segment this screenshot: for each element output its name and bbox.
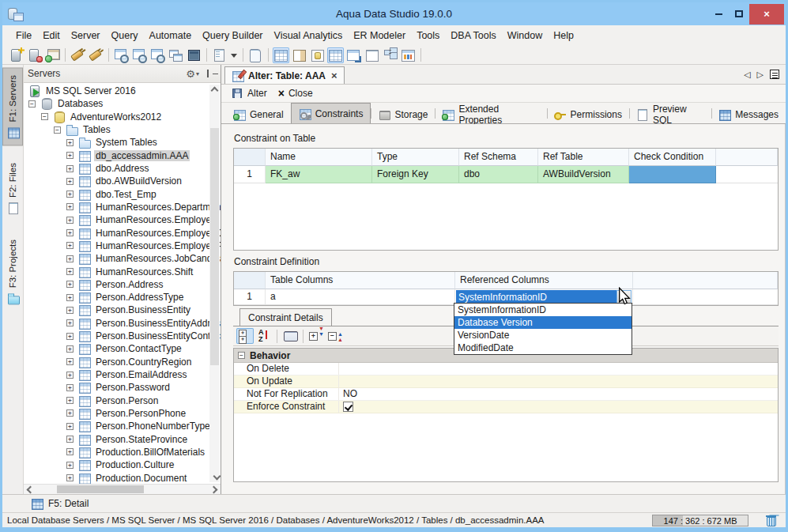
tree-expander[interactable]: +	[66, 423, 74, 430]
document-tab[interactable]: Alter: Table: AAA ×	[224, 66, 345, 84]
tree-expander[interactable]: +	[66, 152, 74, 159]
property-value[interactable]	[339, 375, 778, 387]
property-row[interactable]: Not For Replication NO	[234, 388, 778, 401]
tree-item[interactable]: + dbo.AWBuildVersion	[28, 175, 208, 187]
next-tab-button[interactable]: ▷	[757, 70, 763, 79]
tree-item[interactable]: + HumanResources.Department	[28, 201, 208, 213]
menu-item[interactable]: Query	[106, 28, 144, 43]
tree-item[interactable]: + HumanResources.EmployeeDepartmentHisto…	[28, 226, 208, 239]
tree-expander[interactable]: +	[66, 372, 74, 379]
tree-expander[interactable]: +	[66, 474, 74, 481]
tree-item[interactable]: + Person.CountryRegion	[28, 356, 208, 368]
new-document-icon[interactable]	[211, 47, 228, 63]
tree-item[interactable]: + Person.Password	[28, 381, 208, 394]
tree-expander[interactable]: +	[66, 448, 74, 455]
grid-view-icon[interactable]	[273, 47, 289, 63]
checkbox-checked-icon[interactable]	[343, 402, 353, 412]
tree-expander[interactable]: +	[66, 281, 74, 288]
tree-expander[interactable]: +	[66, 333, 74, 340]
cell-name[interactable]: FK_aw	[266, 166, 372, 183]
scrollbar-thumb[interactable]	[210, 128, 219, 365]
tree-expander[interactable]: +	[66, 203, 74, 210]
tree-item[interactable]: + Person.AddressType	[28, 291, 208, 304]
tree-expander[interactable]: +	[66, 462, 74, 469]
list-view-icon[interactable]	[364, 47, 380, 63]
constraint-details-tab[interactable]: Constraint Details	[239, 308, 332, 326]
menu-item[interactable]: Edit	[37, 28, 66, 43]
scroll-left-icon[interactable]	[27, 485, 35, 493]
scrollbar-thumb[interactable]	[57, 485, 144, 493]
query-analyzer-results-icon[interactable]	[131, 47, 148, 63]
tree-item[interactable]: + HumanResources.EmployeePayHistory	[28, 240, 208, 252]
tree-item[interactable]: + Person.PhoneNumberType	[28, 420, 208, 432]
tree-expander[interactable]: −	[54, 126, 61, 134]
tree-expander[interactable]: +	[66, 178, 74, 185]
tree-expander[interactable]: +	[66, 358, 74, 365]
menu-item[interactable]: Window	[502, 28, 548, 43]
object-view-icon[interactable]	[309, 47, 326, 63]
tree-expander[interactable]: −	[41, 113, 48, 120]
property-row[interactable]: On Update	[234, 375, 778, 388]
query-analyzer-icon[interactable]	[113, 47, 130, 63]
tree-expander[interactable]: +	[66, 384, 74, 391]
garbage-collect-button[interactable]	[766, 515, 778, 526]
tree-item[interactable]: + Person.Person	[28, 394, 208, 407]
property-row[interactable]: Enforce Constraint	[234, 401, 778, 413]
cell-check-condition-selected[interactable]	[629, 166, 716, 183]
table-data-view-icon[interactable]	[327, 47, 344, 63]
tree-expander[interactable]: +	[66, 255, 74, 262]
property-value[interactable]	[339, 363, 778, 375]
tab-list-button[interactable]	[770, 70, 779, 79]
server-registration-icon[interactable]	[44, 47, 61, 63]
tree-expander[interactable]: +	[66, 397, 74, 404]
tree-item[interactable]: + Production.Culture	[28, 458, 208, 471]
tree-item[interactable]: + HumanResources.JobCandidate	[28, 252, 208, 265]
column-header[interactable]: Type	[372, 149, 459, 166]
tree-item[interactable]: − AdventureWorks2012	[28, 111, 208, 123]
tree-item[interactable]: + Person.Address	[28, 278, 208, 291]
cell-type[interactable]: Foreign Key	[372, 166, 459, 183]
close-button[interactable]: ×	[749, 4, 784, 25]
menu-item[interactable]: Query Builder	[197, 28, 268, 43]
column-header[interactable]: Ref Schema	[459, 149, 538, 166]
tree-expander[interactable]: +	[66, 191, 74, 198]
tree-item[interactable]: − Databases	[28, 97, 208, 110]
tree-expander[interactable]: +	[66, 294, 74, 301]
tree-item[interactable]: − Tables	[28, 123, 208, 136]
chart-view-icon[interactable]	[400, 47, 417, 63]
unregister-server-icon[interactable]	[26, 47, 43, 63]
tree-expander[interactable]: −	[28, 100, 36, 108]
collapse-category-icon[interactable]: −	[238, 352, 245, 359]
cell-ref-schema[interactable]: dbo	[459, 166, 538, 183]
row-number[interactable]: 1	[234, 166, 266, 183]
panel-settings-button[interactable]: ⚙▾	[186, 69, 199, 79]
menu-item[interactable]: Automate	[144, 28, 198, 43]
er-modeler-icon[interactable]	[186, 47, 202, 63]
tree-expander[interactable]: +	[66, 217, 74, 224]
tree-expander[interactable]: +	[66, 242, 74, 249]
cell-ref-table[interactable]: AWBuildVersion	[538, 166, 629, 183]
alter-button[interactable]: Alter	[228, 86, 271, 100]
property-value[interactable]: NO	[339, 388, 778, 400]
maximize-button[interactable]	[729, 2, 749, 25]
row-number[interactable]: 1	[234, 289, 266, 305]
cell-table-column[interactable]: a	[266, 289, 455, 305]
tree-expander[interactable]: +	[66, 436, 74, 443]
column-header[interactable]: Referenced Columns	[455, 272, 633, 289]
detail-tab[interactable]: Constraints	[291, 103, 371, 123]
tree-item[interactable]: + db_accessadmin.AAA	[28, 149, 208, 162]
tree-item[interactable]: + HumanResources.Shift	[28, 265, 208, 277]
tree-expander[interactable]: +	[66, 268, 74, 275]
tree-expander[interactable]: +	[66, 409, 74, 417]
categorized-view-icon[interactable]	[236, 328, 254, 344]
script-editor-icon[interactable]	[247, 47, 264, 63]
tree-item[interactable]: + dbo.Address	[28, 162, 208, 175]
scroll-down-icon[interactable]	[213, 473, 221, 481]
property-editor-icon[interactable]	[281, 328, 299, 344]
column-header[interactable]: Ref Table	[538, 149, 629, 166]
tree-item[interactable]: + System Tables	[28, 136, 208, 149]
dropdown-item[interactable]: SystemInformationID	[454, 304, 632, 316]
column-header[interactable]: Table Columns	[266, 272, 455, 289]
expand-all-icon[interactable]	[307, 328, 325, 344]
side-tab[interactable]: F1: Servers	[3, 68, 22, 145]
